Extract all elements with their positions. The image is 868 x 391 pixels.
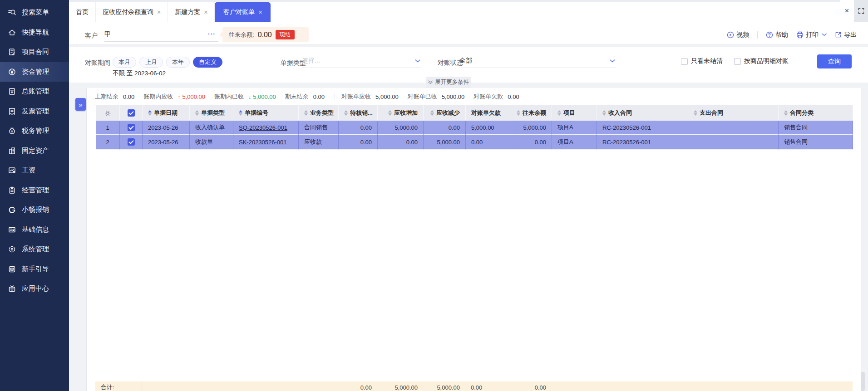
print-button[interactable]: 打印: [796, 31, 827, 39]
col-recv-decrease[interactable]: 应收减少: [424, 105, 466, 121]
col-project[interactable]: 项目: [552, 105, 597, 121]
sort-icon[interactable]: [784, 110, 788, 116]
sidebar-item-fixed-assets[interactable]: 固定资产: [0, 141, 69, 161]
sidebar-item-tax-management[interactable]: 税务管理: [0, 121, 69, 141]
sidebar-item-funds-management[interactable]: 资金管理: [0, 62, 69, 82]
row-index: 2: [96, 135, 120, 150]
tab-home[interactable]: 首页: [69, 2, 96, 22]
sidebar-item-salary[interactable]: 工资: [0, 161, 69, 181]
sidebar-item-basic-info[interactable]: 基础信息: [0, 220, 69, 240]
customer-input[interactable]: 甲 ···: [104, 28, 218, 42]
up-arrow-icon: ↑: [178, 93, 181, 100]
export-button[interactable]: 导出: [835, 31, 857, 39]
gear-icon: [104, 110, 111, 117]
salary-icon: [8, 166, 16, 174]
sort-icon[interactable]: [517, 110, 520, 116]
sort-icon[interactable]: [388, 110, 392, 116]
statement-table: 单据日期 单据类型 单据编号 业务类型 待核销... 应收增加 应收减少 对账单…: [96, 105, 853, 150]
sidebar-item-invoice-management[interactable]: 发票管理: [0, 102, 69, 122]
col-income-contract[interactable]: 收入合同: [597, 105, 688, 121]
tabs: 首页 应收应付余额查询× 新建方案× 客户对账单×: [69, 2, 271, 22]
period-this-month[interactable]: 本月: [113, 57, 136, 68]
window-close-button[interactable]: ×: [840, 0, 854, 22]
status-select[interactable]: 全部: [459, 54, 616, 68]
sort-icon[interactable]: [694, 110, 697, 116]
funds-icon: [8, 68, 16, 76]
cell-recv-decrease: 0.00: [424, 121, 466, 135]
sidebar-item-operation-management[interactable]: 经营管理: [0, 181, 69, 200]
col-balance[interactable]: 往来余额: [516, 105, 552, 121]
fullscreen-button[interactable]: [854, 0, 868, 22]
table-row[interactable]: 1 2023-05-26 收入确认单 SQ-20230526-001 合同销售 …: [96, 121, 853, 135]
panel-expander-button[interactable]: »: [75, 98, 86, 111]
doc-no-link[interactable]: SK-20230526-001: [239, 139, 287, 146]
ledger-icon: [8, 88, 16, 95]
toolbar-actions: 视频 帮助 打印 导出: [727, 25, 857, 44]
col-stmt-arrears[interactable]: 对账单欠款: [466, 105, 516, 121]
sidebar-item-label: 系统管理: [22, 245, 49, 254]
sort-icon[interactable]: [430, 110, 434, 116]
cell-stmt-arrears: 0.00: [466, 135, 516, 150]
tab-customer-statement[interactable]: 客户对账单×: [215, 2, 270, 22]
tab-balance-query[interactable]: 应收应付余额查询×: [96, 2, 168, 22]
query-button[interactable]: 查询: [817, 54, 852, 68]
sidebar-item-system-management[interactable]: 系统管理: [0, 239, 69, 259]
sidebar-item-project-contract[interactable]: 项目合同: [0, 42, 69, 62]
col-recv-increase[interactable]: 应收增加: [378, 105, 424, 121]
col-doc-type[interactable]: 单据类型: [190, 105, 233, 121]
expense-icon: [8, 206, 16, 214]
col-doc-date[interactable]: 单据日期: [143, 105, 190, 121]
sidebar-item-quick-nav[interactable]: 快捷导航: [0, 23, 69, 43]
period-custom[interactable]: 自定义: [193, 57, 222, 68]
sort-icon[interactable]: [602, 110, 606, 116]
sort-icon[interactable]: [148, 110, 152, 116]
row-checkbox[interactable]: [120, 135, 143, 150]
sidebar-item-label: 新手引导: [22, 265, 49, 274]
scrollbar-thumb[interactable]: [861, 372, 865, 391]
doc-no-link[interactable]: SQ-20230526-001: [239, 124, 287, 131]
prev-balance-value: 0.00: [123, 93, 134, 100]
sidebar-item-general-ledger[interactable]: 总账管理: [0, 82, 69, 102]
col-contract-category[interactable]: 合同分类: [779, 105, 853, 121]
ellipsis-button[interactable]: ···: [208, 28, 216, 40]
column-settings[interactable]: [96, 105, 120, 121]
sort-icon[interactable]: [344, 110, 348, 116]
close-icon[interactable]: ×: [204, 9, 207, 16]
help-button[interactable]: 帮助: [766, 31, 788, 39]
sidebar-item-search-menu[interactable]: 搜索菜单: [0, 3, 69, 23]
by-product-detail-checkbox[interactable]: 按商品明细对账: [734, 57, 789, 65]
tab-label: 应收应付余额查询: [103, 8, 153, 16]
col-doc-no[interactable]: 单据编号: [233, 105, 299, 121]
sidebar-item-xiaochang-expense[interactable]: 小畅报销: [0, 200, 69, 220]
period-this-year[interactable]: 本年: [166, 57, 190, 68]
table-row[interactable]: 2 2023-05-26 收款单 SK-20230526-001 应收款 0.0…: [96, 135, 853, 150]
checkbox-checked-icon[interactable]: [128, 138, 135, 146]
expand-more-button[interactable]: 展开更多条件: [426, 77, 471, 88]
row-checkbox[interactable]: [120, 121, 143, 135]
select-all-checkbox[interactable]: [120, 105, 143, 121]
sidebar-item-newbie-guide[interactable]: 新手引导: [0, 259, 69, 279]
sort-icon[interactable]: [557, 110, 561, 116]
col-expense-contract[interactable]: 支出合同: [688, 105, 779, 121]
period-last-month[interactable]: 上月: [139, 57, 163, 68]
tab-new-plan[interactable]: 新建方案×: [168, 2, 215, 22]
checkbox-checked-icon[interactable]: [128, 109, 135, 117]
doc-type-select[interactable]: 选择...: [302, 54, 421, 68]
col-pending[interactable]: 待核销...: [339, 105, 378, 121]
tab-label: 首页: [76, 8, 89, 16]
close-icon[interactable]: ×: [157, 9, 161, 16]
by-product-detail-label: 按商品明细对账: [744, 57, 789, 65]
sidebar-item-app-center[interactable]: 应用中心: [0, 279, 69, 299]
cell-project: 项目A: [552, 121, 597, 135]
only-unsettled-checkbox[interactable]: 只看未结清: [681, 57, 723, 65]
close-icon[interactable]: ×: [258, 9, 262, 16]
total-recv-decrease: 5,000.00: [423, 381, 465, 391]
sort-icon[interactable]: [304, 110, 308, 116]
period-received-value: 5,000.00: [253, 93, 276, 100]
checkbox-checked-icon[interactable]: [128, 124, 135, 131]
divider: [757, 31, 758, 39]
sort-icon[interactable]: [239, 110, 242, 116]
sort-icon[interactable]: [195, 110, 199, 116]
col-biz-type[interactable]: 业务类型: [299, 105, 339, 121]
video-button[interactable]: 视频: [727, 31, 749, 39]
